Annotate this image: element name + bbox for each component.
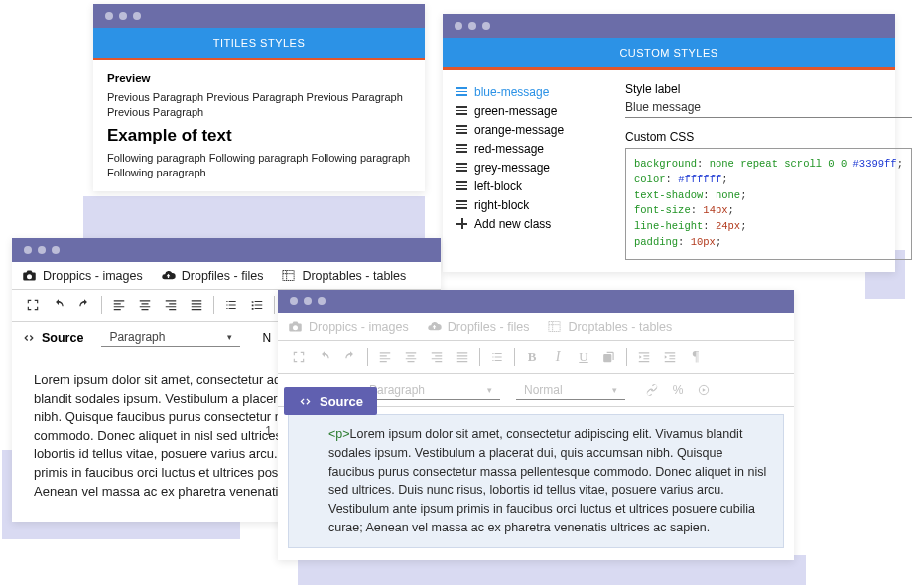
font-dropdown-clip[interactable]: N — [256, 331, 271, 345]
camera-icon — [288, 319, 303, 334]
droptables-menu[interactable]: Droptables - tables — [547, 319, 672, 334]
style-label-heading: Style label — [625, 82, 912, 96]
cloud-upload-icon — [161, 268, 176, 283]
chevron-down-icon: ▾ — [487, 385, 492, 395]
chevron-down-icon: ▾ — [227, 332, 232, 342]
dropfiles-menu[interactable]: Dropfiles - files — [161, 268, 264, 283]
undo-button[interactable] — [314, 347, 335, 367]
window-titlebar[interactable] — [12, 238, 441, 262]
style-class-item[interactable]: green-message — [456, 101, 605, 120]
code-icon — [298, 394, 313, 409]
camera-icon — [22, 268, 37, 283]
redo-button[interactable] — [73, 295, 95, 315]
window-dot-icon — [105, 12, 113, 20]
menu-label: Droppics - images — [309, 320, 409, 334]
droptables-menu[interactable]: Droptables - tables — [281, 268, 406, 283]
copy-button[interactable] — [598, 347, 620, 367]
window-dot-icon — [304, 297, 312, 305]
window-dot-icon — [468, 22, 476, 30]
paragraph-button[interactable]: ¶ — [685, 347, 707, 367]
code-icon — [22, 331, 36, 345]
custom-styles-window: CUSTOM STYLES blue-message green-message… — [443, 14, 895, 272]
custom-css-editor[interactable]: background: none repeat scroll 0 0 #3399… — [625, 148, 912, 260]
style-class-label: blue-message — [474, 85, 549, 99]
style-class-item[interactable]: blue-message — [456, 82, 605, 101]
style-label-input[interactable]: Blue message — [625, 100, 912, 118]
window-dot-icon — [119, 12, 127, 20]
droppics-menu[interactable]: Droppics - images — [22, 268, 143, 283]
style-class-item[interactable]: right-block — [456, 195, 605, 214]
media-button[interactable] — [693, 380, 715, 400]
css-line: font-size: 14px; — [634, 203, 903, 219]
source-button-active[interactable]: Source — [284, 387, 377, 415]
source-label: Source — [42, 331, 83, 345]
add-class-label: Add new class — [474, 217, 551, 231]
window-titlebar[interactable] — [93, 4, 425, 28]
format-toolbar: B I U ¶ — [278, 341, 794, 374]
previous-paragraph: Previous Paragraph Previous Paragraph Pr… — [107, 90, 411, 120]
menu-label: Droppics - images — [43, 269, 143, 283]
table-icon — [547, 319, 562, 334]
style-class-label: green-message — [474, 104, 557, 118]
align-right-button[interactable] — [160, 295, 182, 315]
bullet-list-button[interactable] — [486, 347, 508, 367]
align-center-button[interactable] — [400, 347, 422, 367]
preview-label: Preview — [107, 72, 411, 84]
titles-styles-window: TITILES STYLES Preview Previous Paragrap… — [93, 4, 425, 191]
link-button[interactable] — [641, 380, 663, 400]
source-code-editor[interactable]: <p>Lorem ipsum dolor sit amet, consectet… — [288, 414, 784, 548]
plus-icon — [456, 218, 467, 229]
italic-button[interactable]: I — [547, 347, 569, 367]
undo-button[interactable] — [48, 295, 69, 315]
numbered-list-button[interactable] — [246, 295, 268, 315]
style-icon — [456, 106, 467, 115]
source-label: Source — [320, 394, 363, 409]
anchor-button[interactable]: % — [667, 380, 689, 400]
underline-button[interactable]: U — [573, 347, 594, 367]
window-dot-icon — [38, 246, 46, 254]
window-dot-icon — [482, 22, 490, 30]
bold-button[interactable]: B — [521, 347, 543, 367]
align-justify-button[interactable] — [186, 295, 207, 315]
style-icon — [456, 200, 467, 209]
dropfiles-menu[interactable]: Dropfiles - files — [427, 319, 530, 334]
indent-button[interactable] — [659, 347, 681, 367]
separator — [479, 348, 480, 366]
style-class-label: orange-message — [474, 123, 564, 137]
separator — [213, 296, 214, 314]
style-class-label: red-message — [474, 142, 544, 156]
plugins-menubar: Droppics - images Dropfiles - files Drop… — [12, 262, 441, 290]
outdent-button[interactable] — [633, 347, 655, 367]
window-dot-icon — [318, 297, 326, 305]
add-class-button[interactable]: Add new class — [456, 214, 605, 233]
align-center-button[interactable] — [134, 295, 156, 315]
paragraph-dropdown[interactable]: Paragraph ▾ — [101, 328, 240, 347]
bullet-list-button[interactable] — [220, 295, 242, 315]
style-class-item[interactable]: red-message — [456, 139, 605, 158]
window-titlebar[interactable] — [443, 14, 895, 38]
separator — [367, 348, 368, 366]
align-justify-button[interactable] — [452, 347, 473, 367]
separator — [626, 348, 627, 366]
dd-value: Paragraph — [109, 330, 165, 344]
redo-button[interactable] — [339, 347, 361, 367]
maximize-button[interactable] — [288, 347, 310, 367]
align-left-button[interactable] — [374, 347, 396, 367]
source-editor-window: Droppics - images Dropfiles - files Drop… — [278, 290, 794, 560]
droppics-menu[interactable]: Droppics - images — [288, 319, 409, 334]
chevron-down-icon: ▾ — [612, 385, 617, 395]
window-dot-icon — [133, 12, 141, 20]
source-button[interactable]: Source — [22, 331, 83, 345]
style-class-item[interactable]: orange-message — [456, 120, 605, 139]
style-icon — [456, 125, 467, 134]
align-left-button[interactable] — [108, 295, 130, 315]
maximize-button[interactable] — [22, 295, 44, 315]
window-titlebar[interactable] — [278, 290, 794, 313]
paragraph-dropdown[interactable]: Paragraph ▾ — [361, 381, 500, 400]
menu-label: Droptables - tables — [568, 320, 672, 334]
style-class-item[interactable]: left-block — [456, 176, 605, 195]
style-icon — [456, 163, 467, 172]
font-dropdown[interactable]: Normal ▾ — [516, 381, 625, 400]
style-class-item[interactable]: grey-message — [456, 158, 605, 176]
align-right-button[interactable] — [426, 347, 448, 367]
